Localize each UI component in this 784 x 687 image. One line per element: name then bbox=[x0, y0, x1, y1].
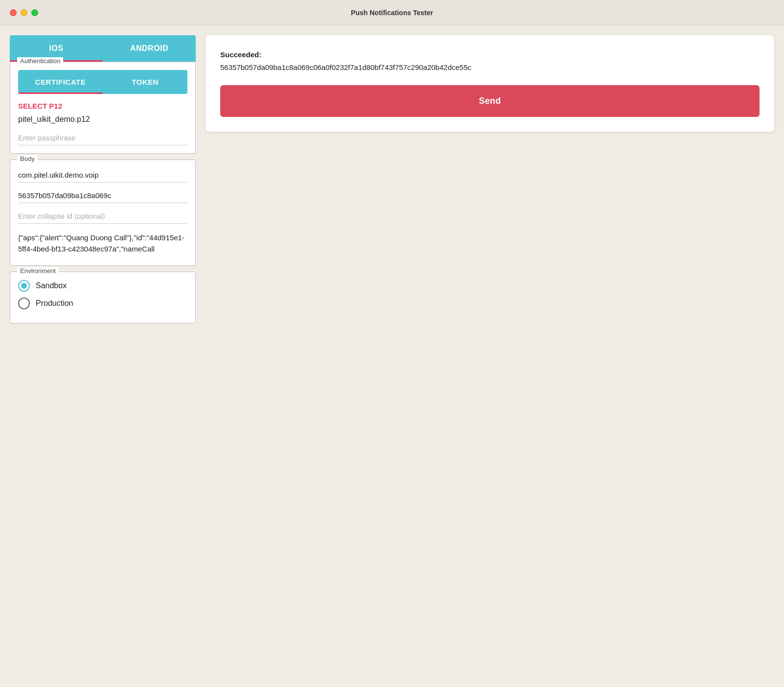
collapse-id-input[interactable] bbox=[18, 209, 187, 224]
device-token-field[interactable]: 56357b057da09ba1c8a069c bbox=[18, 188, 187, 203]
tab-android[interactable]: ANDROID bbox=[103, 35, 196, 62]
auth-tabs: CERTIFICATE TOKEN bbox=[18, 70, 187, 94]
title-bar: Push Notifications Tester bbox=[0, 0, 784, 25]
bundle-id-display: com.pitel.uikit.demo.voip bbox=[18, 168, 187, 183]
production-option[interactable]: Production bbox=[18, 298, 187, 309]
minimize-button[interactable] bbox=[21, 9, 27, 16]
sandbox-option[interactable]: Sandbox bbox=[18, 280, 187, 292]
tab-token[interactable]: TOKEN bbox=[103, 70, 187, 94]
authentication-section: Authentication CERTIFICATE TOKEN SELECT … bbox=[10, 62, 196, 154]
environment-section: Environment Sandbox Production bbox=[10, 272, 196, 323]
right-panel: Succeeded: 56357b057da09ba1c8a069c06a0f0… bbox=[206, 35, 774, 677]
tab-certificate[interactable]: CERTIFICATE bbox=[18, 70, 103, 94]
result-card: Succeeded: 56357b057da09ba1c8a069c06a0f0… bbox=[206, 35, 774, 132]
cert-filename: pitel_uikit_demo.p12 bbox=[18, 115, 187, 124]
payload-field[interactable]: {"aps":{"alert":"Quang Duong Call"},"id"… bbox=[18, 229, 187, 257]
success-result: Succeeded: 56357b057da09ba1c8a069c06a0f0… bbox=[220, 49, 760, 73]
result-token: 56357b057da09ba1c8a069c06a0f0232f7a1d80b… bbox=[220, 63, 471, 71]
main-content: IOS ANDROID Authentication CERTIFICATE T… bbox=[0, 25, 784, 687]
sandbox-radio[interactable] bbox=[18, 280, 30, 292]
environment-legend: Environment bbox=[17, 267, 59, 275]
passphrase-input[interactable] bbox=[18, 131, 187, 145]
succeeded-label: Succeeded: bbox=[220, 49, 760, 61]
body-section: Body com.pitel.uikit.demo.voip 56357b057… bbox=[10, 160, 196, 266]
traffic-lights bbox=[10, 9, 38, 16]
close-button[interactable] bbox=[10, 9, 17, 16]
sandbox-label: Sandbox bbox=[36, 281, 67, 290]
body-legend: Body bbox=[17, 155, 38, 162]
send-button[interactable]: Send bbox=[220, 85, 760, 117]
production-label: Production bbox=[36, 299, 73, 308]
select-p12-button[interactable]: SELECT P12 bbox=[18, 102, 187, 110]
window-title: Push Notifications Tester bbox=[351, 9, 433, 17]
maximize-button[interactable] bbox=[31, 9, 38, 16]
authentication-legend: Authentication bbox=[17, 57, 63, 65]
production-radio[interactable] bbox=[18, 298, 30, 309]
left-panel: IOS ANDROID Authentication CERTIFICATE T… bbox=[10, 35, 196, 677]
